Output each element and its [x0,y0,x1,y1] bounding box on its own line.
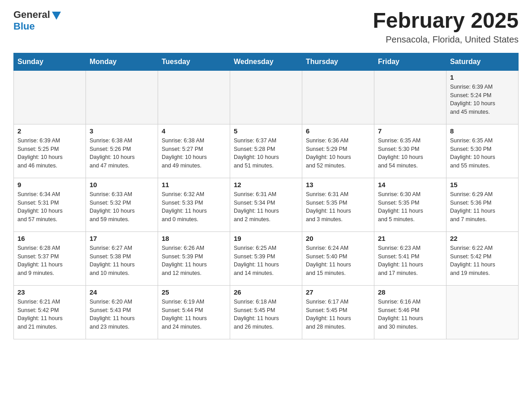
header: General Blue February 2025 Pensacola, Fl… [13,9,519,45]
day-number: 25 [162,288,226,296]
calendar-cell: 6Sunrise: 6:36 AM Sunset: 5:29 PM Daylig… [302,124,374,178]
day-info: Sunrise: 6:29 AM Sunset: 5:36 PM Dayligh… [450,190,515,224]
calendar-cell: 12Sunrise: 6:31 AM Sunset: 5:34 PM Dayli… [230,178,302,231]
calendar-cell [158,70,230,124]
day-info: Sunrise: 6:28 AM Sunset: 5:37 PM Dayligh… [17,244,82,278]
logo-triangle-icon [52,12,61,20]
day-info: Sunrise: 6:31 AM Sunset: 5:35 PM Dayligh… [306,190,370,224]
day-number: 15 [450,181,515,188]
calendar: SundayMondayTuesdayWednesdayThursdayFrid… [13,53,519,339]
day-number: 27 [306,288,370,296]
day-info: Sunrise: 6:33 AM Sunset: 5:32 PM Dayligh… [90,190,154,224]
day-number: 19 [234,235,298,242]
day-info: Sunrise: 6:18 AM Sunset: 5:45 PM Dayligh… [234,298,298,331]
calendar-cell [446,285,519,339]
location: Pensacola, Florida, United States [373,34,519,45]
day-info: Sunrise: 6:36 AM Sunset: 5:29 PM Dayligh… [306,137,370,170]
day-info: Sunrise: 6:21 AM Sunset: 5:42 PM Dayligh… [17,298,82,331]
calendar-cell [86,70,158,124]
calendar-cell: 14Sunrise: 6:30 AM Sunset: 5:35 PM Dayli… [374,178,446,231]
week-row-4: 23Sunrise: 6:21 AM Sunset: 5:42 PM Dayli… [14,285,519,339]
calendar-cell: 27Sunrise: 6:17 AM Sunset: 5:45 PM Dayli… [302,285,374,339]
day-number: 4 [162,127,226,135]
day-info: Sunrise: 6:24 AM Sunset: 5:40 PM Dayligh… [306,244,370,278]
day-info: Sunrise: 6:20 AM Sunset: 5:43 PM Dayligh… [90,298,154,331]
weekday-header-sunday: Sunday [14,53,86,70]
calendar-cell: 20Sunrise: 6:24 AM Sunset: 5:40 PM Dayli… [302,231,374,285]
title-area: February 2025 Pensacola, Florida, United… [373,9,519,45]
month-title: February 2025 [373,9,519,33]
day-info: Sunrise: 6:26 AM Sunset: 5:39 PM Dayligh… [162,244,226,278]
calendar-cell: 4Sunrise: 6:38 AM Sunset: 5:27 PM Daylig… [158,124,230,178]
calendar-cell: 18Sunrise: 6:26 AM Sunset: 5:39 PM Dayli… [158,231,230,285]
day-number: 26 [234,288,298,296]
calendar-cell: 28Sunrise: 6:16 AM Sunset: 5:46 PM Dayli… [374,285,446,339]
day-number: 6 [306,127,370,135]
day-number: 20 [306,235,370,242]
day-number: 24 [90,288,154,296]
day-number: 16 [17,235,82,242]
calendar-cell: 11Sunrise: 6:32 AM Sunset: 5:33 PM Dayli… [158,178,230,231]
logo-general-text: General [13,9,50,21]
day-number: 11 [162,181,226,188]
calendar-cell: 5Sunrise: 6:37 AM Sunset: 5:28 PM Daylig… [230,124,302,178]
day-number: 17 [90,235,154,242]
calendar-cell: 1Sunrise: 6:39 AM Sunset: 5:24 PM Daylig… [446,70,519,124]
day-number: 28 [378,288,442,296]
calendar-cell: 24Sunrise: 6:20 AM Sunset: 5:43 PM Dayli… [86,285,158,339]
day-number: 10 [90,181,154,188]
day-number: 2 [17,127,82,135]
day-info: Sunrise: 6:31 AM Sunset: 5:34 PM Dayligh… [234,190,298,224]
day-info: Sunrise: 6:34 AM Sunset: 5:31 PM Dayligh… [17,190,82,224]
day-number: 23 [17,288,82,296]
weekday-header-wednesday: Wednesday [230,53,302,70]
weekday-header-saturday: Saturday [446,53,519,70]
weekday-header-friday: Friday [374,53,446,70]
day-info: Sunrise: 6:35 AM Sunset: 5:30 PM Dayligh… [378,137,442,170]
day-info: Sunrise: 6:37 AM Sunset: 5:28 PM Dayligh… [234,137,298,170]
calendar-cell: 23Sunrise: 6:21 AM Sunset: 5:42 PM Dayli… [14,285,86,339]
weekday-header-tuesday: Tuesday [158,53,230,70]
calendar-cell [302,70,374,124]
day-info: Sunrise: 6:17 AM Sunset: 5:45 PM Dayligh… [306,298,370,331]
calendar-cell: 15Sunrise: 6:29 AM Sunset: 5:36 PM Dayli… [446,178,519,231]
day-info: Sunrise: 6:38 AM Sunset: 5:26 PM Dayligh… [90,137,154,170]
week-row-1: 2Sunrise: 6:39 AM Sunset: 5:25 PM Daylig… [14,124,519,178]
day-number: 12 [234,181,298,188]
logo: General Blue [13,9,61,32]
day-number: 8 [450,127,515,135]
calendar-cell: 3Sunrise: 6:38 AM Sunset: 5:26 PM Daylig… [86,124,158,178]
day-info: Sunrise: 6:25 AM Sunset: 5:39 PM Dayligh… [234,244,298,278]
calendar-cell: 13Sunrise: 6:31 AM Sunset: 5:35 PM Dayli… [302,178,374,231]
day-number: 22 [450,235,515,242]
weekday-header-thursday: Thursday [302,53,374,70]
day-info: Sunrise: 6:32 AM Sunset: 5:33 PM Dayligh… [162,190,226,224]
logo-blue-text: Blue [13,21,35,32]
day-info: Sunrise: 6:30 AM Sunset: 5:35 PM Dayligh… [378,190,442,224]
day-info: Sunrise: 6:16 AM Sunset: 5:46 PM Dayligh… [378,298,442,331]
calendar-cell [230,70,302,124]
day-info: Sunrise: 6:19 AM Sunset: 5:44 PM Dayligh… [162,298,226,331]
day-number: 9 [17,181,82,188]
day-info: Sunrise: 6:39 AM Sunset: 5:25 PM Dayligh… [17,137,82,170]
day-number: 1 [450,73,515,81]
day-info: Sunrise: 6:35 AM Sunset: 5:30 PM Dayligh… [450,137,515,170]
calendar-cell: 8Sunrise: 6:35 AM Sunset: 5:30 PM Daylig… [446,124,519,178]
day-number: 3 [90,127,154,135]
calendar-cell: 19Sunrise: 6:25 AM Sunset: 5:39 PM Dayli… [230,231,302,285]
calendar-cell: 7Sunrise: 6:35 AM Sunset: 5:30 PM Daylig… [374,124,446,178]
calendar-cell: 16Sunrise: 6:28 AM Sunset: 5:37 PM Dayli… [14,231,86,285]
calendar-cell: 2Sunrise: 6:39 AM Sunset: 5:25 PM Daylig… [14,124,86,178]
day-number: 21 [378,235,442,242]
day-number: 5 [234,127,298,135]
calendar-cell [374,70,446,124]
calendar-cell: 9Sunrise: 6:34 AM Sunset: 5:31 PM Daylig… [14,178,86,231]
week-row-3: 16Sunrise: 6:28 AM Sunset: 5:37 PM Dayli… [14,231,519,285]
calendar-cell: 21Sunrise: 6:23 AM Sunset: 5:41 PM Dayli… [374,231,446,285]
calendar-cell: 25Sunrise: 6:19 AM Sunset: 5:44 PM Dayli… [158,285,230,339]
calendar-cell: 22Sunrise: 6:22 AM Sunset: 5:42 PM Dayli… [446,231,519,285]
calendar-cell [14,70,86,124]
day-info: Sunrise: 6:39 AM Sunset: 5:24 PM Dayligh… [450,83,515,116]
week-row-0: 1Sunrise: 6:39 AM Sunset: 5:24 PM Daylig… [14,70,519,124]
day-info: Sunrise: 6:23 AM Sunset: 5:41 PM Dayligh… [378,244,442,278]
